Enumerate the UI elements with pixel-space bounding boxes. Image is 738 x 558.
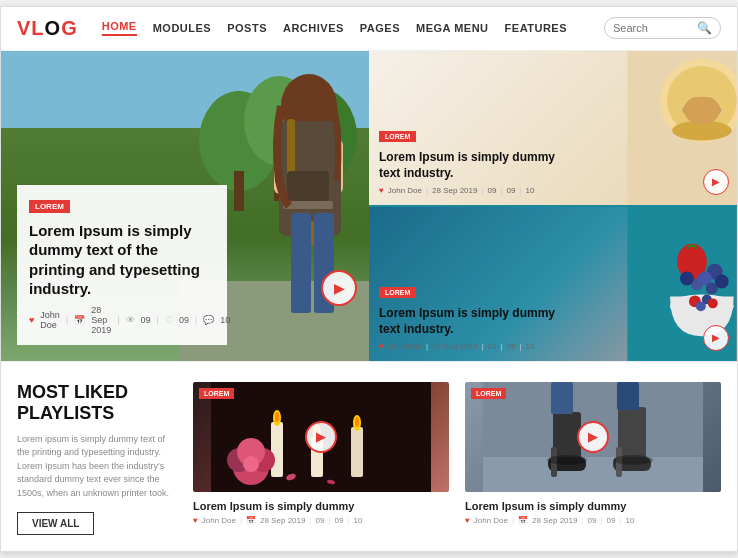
logo-g: G: [61, 17, 78, 39]
svg-point-22: [684, 96, 720, 124]
svg-point-63: [547, 455, 587, 465]
card1-likes: 09: [507, 186, 516, 195]
svg-point-50: [243, 456, 259, 472]
svg-point-34: [696, 301, 706, 311]
nav-mega-menu[interactable]: MEGA MENU: [416, 22, 489, 34]
eye-icon: 👁: [126, 315, 135, 325]
hero-main-badge: LOREM: [29, 200, 70, 213]
card2-meta: ♥ John Doe | 28 Sep 2019 | 09 | 09 | 10: [379, 342, 559, 351]
svg-rect-62: [617, 382, 639, 410]
hero-main-play-button[interactable]: ▶: [321, 270, 357, 306]
playlist-title-1: Lorem Ipsum is simply dummy: [193, 500, 449, 512]
card2-views: 09: [488, 342, 497, 351]
svg-point-45: [355, 417, 359, 427]
section-description: Lorem ipsum is simply dummy text of the …: [17, 433, 177, 501]
card1-comments: 10: [526, 186, 535, 195]
hero-right-column: LOREM Lorem Ipsum is simply dummy text i…: [369, 51, 737, 361]
p1-user-icon: ♥: [193, 516, 198, 525]
hero-main-meta: ♥ John Doe | 📅 28 Sep 2019 | 👁 09 | ♡ 09…: [29, 305, 215, 335]
playlist-title-2: Lorem Ipsum is simply dummy: [465, 500, 721, 512]
svg-rect-54: [483, 457, 703, 492]
search-icon: 🔍: [697, 21, 712, 35]
nav-home[interactable]: HOME: [102, 20, 137, 36]
card2-date: 28 Sep 2019: [432, 342, 477, 351]
logo-vl: V: [17, 17, 31, 39]
section-title: MOST LIKEDPLAYLISTS: [17, 382, 177, 425]
card2-comments: 10: [526, 342, 535, 351]
card1-badge: LOREM: [379, 131, 416, 142]
card1-author: John Doe: [388, 186, 422, 195]
p2-date: 28 Sep 2019: [532, 516, 577, 525]
svg-point-41: [275, 412, 279, 422]
svg-rect-37: [271, 422, 283, 477]
svg-rect-39: [351, 427, 363, 477]
card1-date: 28 Sep 2019: [432, 186, 477, 195]
playlist-badge-2: LOREM: [471, 388, 506, 399]
playlist-thumb-1: LOREM: [193, 382, 449, 492]
p2-views: 09: [588, 516, 597, 525]
card2-author: John Doe: [388, 342, 422, 351]
logo-l: L: [31, 17, 44, 39]
card2-play-button[interactable]: ▶: [703, 325, 729, 351]
p1-views: 09: [316, 516, 325, 525]
hero-card-2: LOREM Lorem Ipsum is simply dummy text i…: [369, 207, 737, 361]
card2-content: LOREM Lorem Ipsum is simply dummy text i…: [369, 271, 569, 360]
hero-main-card: LOREM Lorem Ipsum is simply dummy text o…: [1, 51, 369, 361]
card2-likes: 09: [507, 342, 516, 351]
header: VLOG HOME MODULES POSTS ARCHIVES PAGES M…: [1, 7, 737, 51]
card1-title: Lorem Ipsum is simply dummy text industr…: [379, 150, 559, 181]
card2-badge: LOREM: [379, 287, 416, 298]
card2-user-icon: ♥: [379, 342, 384, 351]
search-box: 🔍: [604, 17, 721, 39]
hero-comments: 10: [220, 315, 230, 325]
hero-card-1: LOREM Lorem Ipsum is simply dummy text i…: [369, 51, 737, 207]
playlist-thumb-2: LOREM: [465, 382, 721, 492]
p1-likes: 09: [335, 516, 344, 525]
user-icon: ♥: [29, 315, 34, 325]
card1-user-icon: ♥: [379, 186, 384, 195]
hero-views: 09: [141, 315, 151, 325]
card1-meta: ♥ John Doe | 28 Sep 2019 | 09 | 09 | 10: [379, 186, 559, 195]
card1-content: LOREM Lorem Ipsum is simply dummy text i…: [369, 115, 569, 204]
logo[interactable]: VLOG: [17, 17, 78, 40]
p1-calendar-icon: 📅: [246, 516, 256, 525]
svg-point-31: [680, 271, 694, 285]
p1-comments: 10: [354, 516, 363, 525]
most-liked-section: MOST LIKEDPLAYLISTS Lorem ipsum is simpl…: [17, 382, 177, 536]
comment-icon: 💬: [203, 315, 214, 325]
p2-likes: 09: [607, 516, 616, 525]
card1-play-button[interactable]: ▶: [703, 169, 729, 195]
p1-date: 28 Sep 2019: [260, 516, 305, 525]
heart-icon: ♡: [165, 315, 173, 325]
p2-calendar-icon: 📅: [518, 516, 528, 525]
bottom-section: MOST LIKEDPLAYLISTS Lorem ipsum is simpl…: [1, 361, 737, 552]
calendar-icon: 📅: [74, 315, 85, 325]
search-input[interactable]: [613, 22, 693, 34]
nav-modules[interactable]: MODULES: [153, 22, 212, 34]
playlist-meta-2: ♥ John Doe | 📅 28 Sep 2019 | 09 | 09 | 1…: [465, 516, 721, 525]
page-wrapper: VLOG HOME MODULES POSTS ARCHIVES PAGES M…: [0, 6, 738, 553]
nav-pages[interactable]: PAGES: [360, 22, 400, 34]
nav-features[interactable]: FEATURES: [505, 22, 567, 34]
p1-author: John Doe: [202, 516, 236, 525]
svg-rect-61: [551, 382, 573, 414]
card1-views: 09: [488, 186, 497, 195]
p2-user-icon: ♥: [465, 516, 470, 525]
hero-date: 28 Sep 2019: [91, 305, 111, 335]
playlist-badge-1: LOREM: [199, 388, 234, 399]
playlist-card-1: LOREM: [193, 382, 449, 536]
hero-main-overlay: LOREM Lorem Ipsum is simply dummy text o…: [1, 169, 369, 361]
svg-point-64: [613, 455, 653, 465]
playlist-play-1[interactable]: ▶: [305, 421, 337, 453]
svg-point-35: [708, 298, 718, 308]
nav-posts[interactable]: POSTS: [227, 22, 267, 34]
main-nav: HOME MODULES POSTS ARCHIVES PAGES MEGA M…: [102, 20, 604, 36]
playlist-play-2[interactable]: ▶: [577, 421, 609, 453]
playlist-card-2: LOREM: [465, 382, 721, 536]
hero-main-title: Lorem Ipsum is simply dummy text of the …: [29, 221, 215, 299]
nav-archives[interactable]: ARCHIVES: [283, 22, 344, 34]
view-all-button[interactable]: VIEW ALL: [17, 512, 94, 535]
hero-likes: 09: [179, 315, 189, 325]
p2-author: John Doe: [474, 516, 508, 525]
svg-point-29: [706, 282, 718, 294]
